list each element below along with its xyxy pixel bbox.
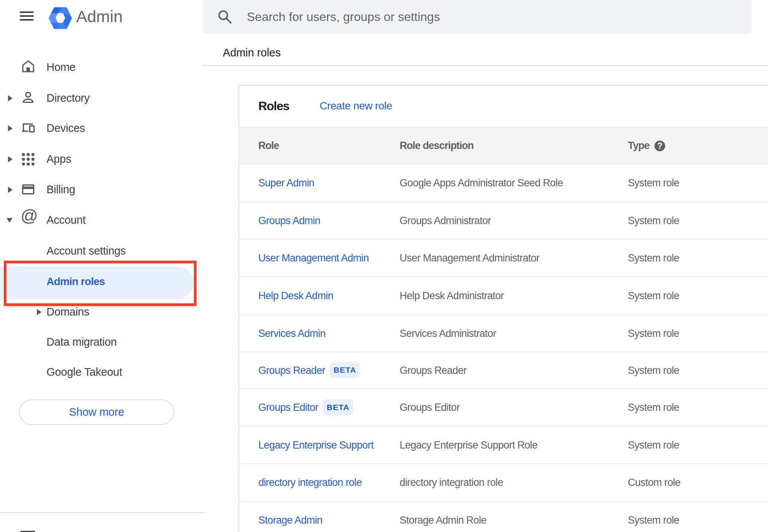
svg-text:?: ? <box>657 141 662 151</box>
